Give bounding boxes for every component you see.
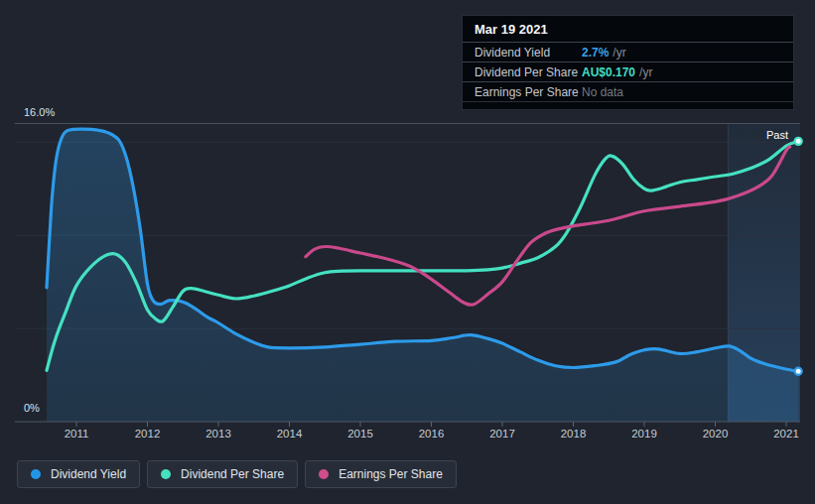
x-tick-label: 2012 — [135, 428, 161, 440]
x-tick-label: 2013 — [205, 428, 231, 440]
tooltip-row-dividend-per-share: Dividend Per Share AU$0.170 /yr — [463, 62, 793, 81]
legend-item-earnings-per-share[interactable]: Earnings Per Share — [305, 460, 457, 488]
y-axis-max-label: 16.0% — [24, 106, 55, 118]
x-tick-label: 2020 — [703, 428, 729, 440]
tooltip-date: Mar 19 2021 — [463, 16, 793, 42]
dividend-yield-dot-icon — [31, 469, 41, 479]
dividend-yield-area — [47, 129, 798, 422]
earnings-per-share-line[interactable] — [306, 147, 790, 305]
dividend-per-share-end-dot — [795, 138, 802, 145]
x-tick-label: 2016 — [419, 428, 445, 440]
earnings-per-share-value: No data — [582, 85, 623, 99]
legend-item-dividend-per-share[interactable]: Dividend Per Share — [147, 460, 298, 488]
tooltip-row-dividend-yield: Dividend Yield 2.7% /yr — [463, 42, 793, 62]
dividend-per-share-value: AU$0.170 — [582, 65, 635, 79]
dividend-yield-end-dot — [795, 368, 802, 375]
tooltip-row-earnings-per-share: Earnings Per Share No data — [463, 81, 793, 102]
chart-tooltip: Mar 19 2021 Dividend Yield 2.7% /yr Divi… — [462, 15, 794, 110]
dividend-per-share-dot-icon — [161, 469, 171, 479]
x-tick-label: 2015 — [347, 428, 373, 440]
dividend-yield-value: 2.7% — [582, 46, 609, 60]
x-tick-label: 2019 — [631, 428, 657, 440]
x-tick-label: 2017 — [489, 428, 515, 440]
dividend-history-panel: 2011201220132014201520162017201820192020… — [0, 0, 815, 504]
x-axis: 2011201220132014201520162017201820192020… — [15, 422, 800, 440]
x-tick-label: 2021 — [773, 428, 799, 440]
x-tick-label: 2011 — [65, 428, 89, 440]
x-tick-label: 2014 — [277, 428, 303, 440]
x-tick-label: 2018 — [561, 428, 587, 440]
earnings-per-share-dot-icon — [319, 469, 329, 479]
chart-legend: Dividend Yield Dividend Per Share Earnin… — [17, 460, 457, 488]
y-axis-zero-label: 0% — [24, 402, 40, 414]
past-label: Past — [766, 129, 788, 141]
legend-item-dividend-yield[interactable]: Dividend Yield — [17, 460, 140, 488]
